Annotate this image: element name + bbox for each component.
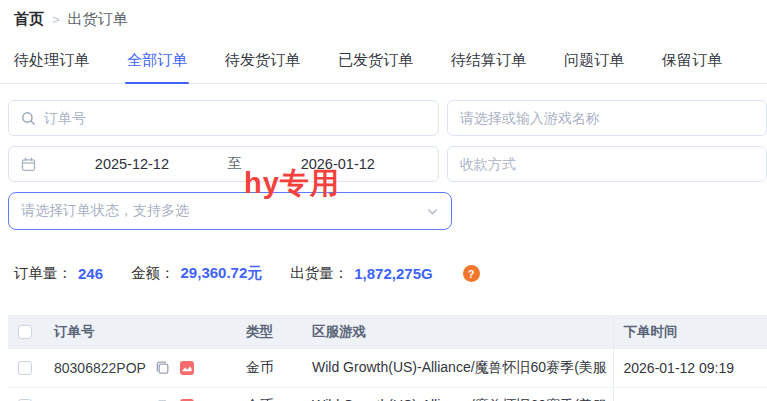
col-header-game: 区服游戏 bbox=[302, 315, 613, 349]
game-server-value: Wild Growth(US)-Alliance/魔兽怀旧60赛季(美服 bbox=[302, 387, 613, 401]
order-type-value: 金币 bbox=[236, 349, 302, 387]
stat-volume-value: 1,872,275G bbox=[354, 265, 432, 282]
chevron-down-icon bbox=[426, 205, 439, 218]
order-no-input[interactable] bbox=[44, 110, 426, 126]
order-tabs: 待处理订单 全部订单 待发货订单 已发货订单 待结算订单 问题订单 保留订单 bbox=[0, 29, 767, 84]
select-all-checkbox[interactable] bbox=[18, 325, 32, 339]
game-name-input[interactable] bbox=[460, 110, 754, 126]
search-icon bbox=[21, 111, 36, 126]
table-row: 80306199POP 金币 Wild Growth(US)-Alliance/… bbox=[8, 387, 767, 401]
stat-amount-label: 金额： bbox=[131, 264, 175, 283]
payment-method-input[interactable] bbox=[460, 156, 754, 172]
col-header-time: 下单时间 bbox=[613, 315, 767, 349]
tab-shipped[interactable]: 已发货订单 bbox=[338, 51, 413, 83]
date-start-value[interactable]: 2025-12-12 bbox=[44, 156, 220, 172]
summary-stats: 订单量： 246 金额： 29,360.72元 出货量： 1,872,275G … bbox=[14, 264, 767, 283]
order-time-value: 2026-01-12 09:19 bbox=[613, 349, 767, 387]
order-type-value: 金币 bbox=[236, 387, 302, 401]
breadcrumb-separator-icon: > bbox=[52, 12, 60, 27]
date-range-separator: 至 bbox=[220, 155, 250, 173]
tab-to-ship[interactable]: 待发货订单 bbox=[225, 51, 300, 83]
date-range-picker[interactable]: 2025-12-12 至 2026-01-12 bbox=[8, 146, 439, 182]
stat-volume-label: 出货量： bbox=[290, 264, 348, 283]
orders-page: 首页 > 出货订单 待处理订单 全部订单 待发货订单 已发货订单 待结算订单 问… bbox=[0, 0, 767, 401]
game-server-value: Wild Growth(US)-Alliance/魔兽怀旧60赛季(美服 bbox=[302, 349, 613, 387]
breadcrumb-current: 出货订单 bbox=[68, 10, 128, 29]
tab-reserved[interactable]: 保留订单 bbox=[662, 51, 722, 83]
order-no-field bbox=[8, 100, 439, 136]
order-time-value: 2026-01-11 21:14 bbox=[613, 387, 767, 401]
payment-method-field bbox=[447, 146, 767, 182]
stat-order-count-value: 246 bbox=[78, 265, 103, 282]
tab-to-settle[interactable]: 待结算订单 bbox=[451, 51, 526, 83]
help-question-icon[interactable]: ? bbox=[463, 265, 480, 282]
filter-panel: 2025-12-12 至 2026-01-12 请选择订单状态，支持多选 bbox=[8, 100, 767, 230]
copy-icon[interactable] bbox=[155, 360, 170, 375]
stat-amount: 金额： 29,360.72元 bbox=[131, 264, 262, 283]
orders-table: 订单号 类型 区服游戏 下单时间 80306822POP bbox=[8, 315, 767, 401]
stat-order-count: 订单量： 246 bbox=[14, 264, 103, 283]
calendar-icon bbox=[21, 157, 36, 172]
order-status-placeholder: 请选择订单状态，支持多选 bbox=[21, 202, 189, 220]
col-header-type: 类型 bbox=[236, 315, 302, 349]
breadcrumb: 首页 > 出货订单 bbox=[0, 0, 767, 29]
breadcrumb-home[interactable]: 首页 bbox=[14, 10, 44, 29]
row-checkbox[interactable] bbox=[18, 361, 32, 375]
stat-order-count-label: 订单量： bbox=[14, 264, 72, 283]
stat-volume: 出货量： 1,872,275G bbox=[290, 264, 432, 283]
red-screenshot-icon[interactable] bbox=[179, 360, 195, 376]
tab-pending[interactable]: 待处理订单 bbox=[14, 51, 89, 83]
table-header-row: 订单号 类型 区服游戏 下单时间 bbox=[8, 315, 767, 349]
order-status-select[interactable]: 请选择订单状态，支持多选 bbox=[8, 192, 452, 230]
stat-amount-value: 29,360.72元 bbox=[181, 264, 263, 283]
tab-all[interactable]: 全部订单 bbox=[127, 51, 187, 83]
game-name-field bbox=[447, 100, 767, 136]
order-no-value: 80306822POP bbox=[54, 360, 146, 376]
col-header-order-no: 订单号 bbox=[44, 315, 236, 349]
date-end-value[interactable]: 2026-01-12 bbox=[250, 156, 426, 172]
table-row: 80306822POP 金币 Wild Growth(US)-Alliance/… bbox=[8, 349, 767, 387]
tab-problem[interactable]: 问题订单 bbox=[564, 51, 624, 83]
